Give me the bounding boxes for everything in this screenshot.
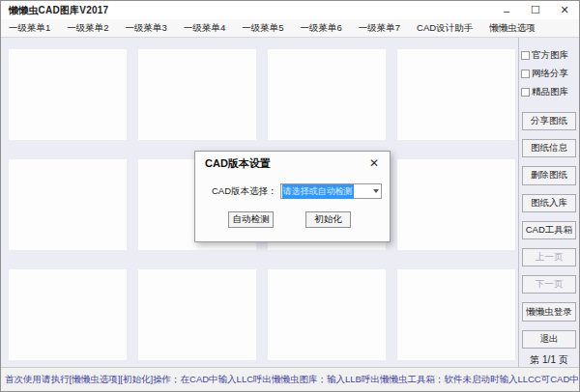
menu-item-5[interactable]: 一级菜单5 bbox=[242, 22, 283, 35]
checkbox-official-library[interactable]: 官方图库 bbox=[519, 47, 568, 63]
menu-item-cad-assistant[interactable]: CAD设计助手 bbox=[417, 22, 473, 35]
chevron-down-icon[interactable] bbox=[373, 189, 379, 193]
next-page-button: 下一页 bbox=[522, 275, 576, 294]
drawing-info-button[interactable]: 图纸信息 bbox=[522, 139, 576, 157]
checkbox-label: 官方图库 bbox=[532, 49, 568, 62]
checkbox-premium-library[interactable]: 精品图库 bbox=[519, 85, 568, 100]
cad-toolbox-button[interactable]: CAD工具箱 bbox=[522, 221, 576, 239]
thumbnail-cell bbox=[138, 49, 256, 140]
checkbox-label: 精品图库 bbox=[532, 86, 568, 98]
dialog-title: CAD版本设置 bbox=[205, 156, 271, 171]
checkbox-icon[interactable] bbox=[521, 70, 530, 78]
checkbox-icon[interactable] bbox=[521, 51, 530, 60]
checkbox-network-share[interactable]: 网络分享 bbox=[519, 66, 568, 81]
thumbnail-cell bbox=[9, 159, 127, 250]
prev-page-button: 上一页 bbox=[522, 248, 576, 266]
menu-bar: 一级菜单1 一级菜单2 一级菜单3 一级菜单4 一级菜单5 一级菜单6 一级菜单… bbox=[1, 19, 579, 38]
window-controls: – ☐ ✕ bbox=[492, 1, 579, 19]
menu-item-6[interactable]: 一级菜单6 bbox=[300, 22, 341, 35]
menu-item-1[interactable]: 一级菜单1 bbox=[9, 22, 50, 35]
menu-item-3[interactable]: 一级菜单3 bbox=[126, 22, 167, 35]
share-drawing-button[interactable]: 分享图纸 bbox=[522, 112, 576, 130]
thumbnail-cell bbox=[268, 49, 386, 140]
thumbnail-cell bbox=[397, 49, 515, 140]
import-drawing-button[interactable]: 图纸入库 bbox=[522, 194, 576, 212]
sidebar: 官方图库 网络分享 精品图库 分享图纸 图纸信息 删除图纸 图纸入库 CAD工具… bbox=[519, 38, 579, 367]
thumbnail-cell bbox=[268, 269, 386, 360]
minimize-icon[interactable]: – bbox=[492, 1, 521, 19]
dialog-title-bar: CAD版本设置 ✕ bbox=[195, 152, 390, 175]
checkbox-icon[interactable] bbox=[521, 88, 530, 97]
login-button[interactable]: 懒懒虫登录 bbox=[522, 302, 576, 321]
thumbnail-cell bbox=[397, 269, 515, 360]
cad-version-dialog: CAD版本设置 ✕ CAD版本选择： 请选择或自动检测 自动检测 初始化 bbox=[194, 151, 391, 242]
thumbnail-cell bbox=[9, 49, 127, 140]
version-select-row: CAD版本选择： 请选择或自动检测 bbox=[195, 183, 390, 199]
status-bar: 首次使用请执行[懒懒虫选项][初始化]操作；在CAD中输入LLC呼出懒懒虫图库；… bbox=[1, 367, 579, 391]
checkbox-label: 网络分享 bbox=[532, 68, 568, 80]
delete-drawing-button[interactable]: 删除图纸 bbox=[522, 166, 576, 184]
auto-detect-button[interactable]: 自动检测 bbox=[228, 211, 274, 228]
menu-item-options[interactable]: 懒懒虫选项 bbox=[489, 22, 536, 35]
maximize-icon[interactable]: ☐ bbox=[521, 1, 550, 19]
app-window: 懒懒虫CAD图库V2017 – ☐ ✕ 一级菜单1 一级菜单2 一级菜单3 一级… bbox=[0, 0, 580, 392]
cad-version-selected-value: 请选择或自动检测 bbox=[282, 184, 354, 199]
thumbnail-cell bbox=[397, 159, 515, 250]
thumbnail-cell bbox=[138, 269, 256, 360]
close-icon[interactable]: ✕ bbox=[550, 1, 579, 19]
exit-button[interactable]: 退出 bbox=[522, 330, 576, 349]
dialog-close-icon[interactable]: ✕ bbox=[366, 156, 382, 170]
thumbnail-cell bbox=[9, 269, 127, 360]
menu-item-2[interactable]: 一级菜单2 bbox=[67, 22, 108, 35]
title-bar: 懒懒虫CAD图库V2017 – ☐ ✕ bbox=[1, 1, 579, 19]
version-select-label: CAD版本选择： bbox=[212, 185, 277, 198]
menu-item-4[interactable]: 一级菜单4 bbox=[184, 22, 225, 35]
menu-item-7[interactable]: 一级菜单7 bbox=[359, 22, 400, 35]
page-indicator: 第 1/1 页 bbox=[530, 353, 567, 367]
window-title: 懒懒虫CAD图库V2017 bbox=[1, 4, 108, 17]
initialize-button[interactable]: 初始化 bbox=[305, 211, 351, 228]
status-text: 首次使用请执行[懒懒虫选项][初始化]操作；在CAD中输入LLC呼出懒懒虫图库；… bbox=[5, 374, 579, 386]
cad-version-select[interactable]: 请选择或自动检测 bbox=[280, 183, 382, 199]
dialog-buttons: 自动检测 初始化 bbox=[195, 211, 390, 228]
